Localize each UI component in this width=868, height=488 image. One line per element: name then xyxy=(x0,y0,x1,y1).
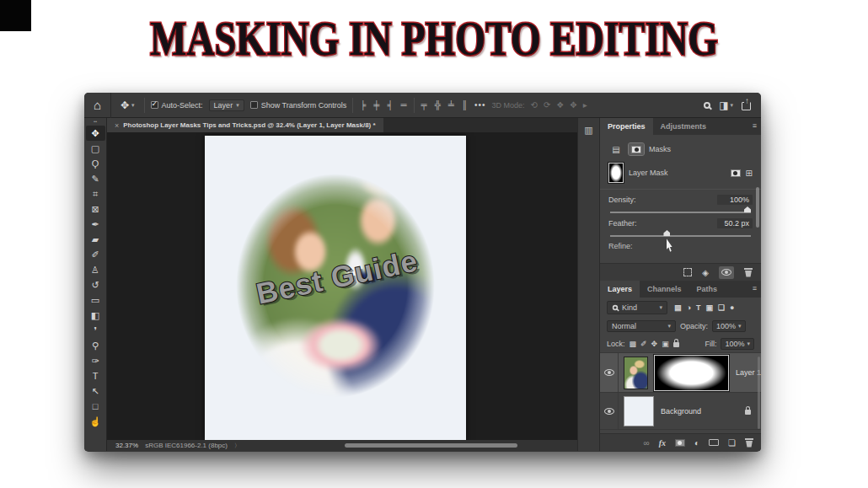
mask-properties-icon[interactable] xyxy=(629,143,644,155)
home-button[interactable]: ⌂ xyxy=(84,93,111,118)
layer-visibility-icon[interactable] xyxy=(604,408,614,415)
tool-pen[interactable]: ✑ xyxy=(86,353,105,368)
select-mask-icon[interactable] xyxy=(731,169,741,177)
tool-dodge[interactable]: ⚲ xyxy=(86,338,105,353)
tool-frame[interactable]: ⊠ xyxy=(86,201,105,217)
fill-dropdown[interactable]: 100% ▾ xyxy=(721,338,754,350)
panel-menu-icon[interactable]: ≡ xyxy=(753,284,757,292)
lock-all-icon[interactable] xyxy=(673,342,679,347)
lock-pixels-icon[interactable]: ✐ xyxy=(640,340,647,348)
tool-quick-select[interactable]: ✎ xyxy=(86,171,105,186)
pixel-layer-properties-icon[interactable]: ▤ xyxy=(608,143,624,155)
layer1-mask-thumbnail[interactable] xyxy=(654,355,729,391)
feather-input[interactable]: 50.2 px xyxy=(717,218,753,228)
background-thumbnail[interactable] xyxy=(624,396,654,426)
tool-clone-stamp[interactable]: ♙ xyxy=(86,262,105,277)
collapsed-panel-icon[interactable]: ▥ xyxy=(584,125,592,136)
document-canvas[interactable]: Best Guide xyxy=(205,136,466,440)
workspace-switcher[interactable]: ◨ ▾ xyxy=(719,99,733,111)
horizontal-scrollbar[interactable] xyxy=(345,443,517,448)
align-center-horizontal-icon[interactable]: ╪ xyxy=(372,100,380,110)
tool-history-brush[interactable]: ↺ xyxy=(86,277,105,292)
panel-menu-icon[interactable]: ≡ xyxy=(753,121,757,130)
tool-move[interactable]: ✥ xyxy=(86,126,105,141)
density-input[interactable]: 100% xyxy=(717,195,753,205)
opacity-dropdown[interactable]: 100% ▾ xyxy=(712,320,746,332)
lock-artboard-icon[interactable]: ▣ xyxy=(662,340,669,348)
align-left-icon[interactable]: ╞ xyxy=(359,100,367,110)
delete-layer-icon[interactable] xyxy=(745,438,753,448)
mask-visibility-button[interactable] xyxy=(719,266,734,279)
new-group-icon[interactable] xyxy=(709,439,719,446)
filter-adjustment-icon[interactable]: ◑ xyxy=(687,303,691,312)
status-menu-icon[interactable]: 〉 xyxy=(234,442,240,450)
zoom-level[interactable]: 32.37% xyxy=(115,442,138,449)
filter-smart-object-icon[interactable]: ❏ xyxy=(718,303,725,312)
add-vector-mask-icon[interactable]: ⊞ xyxy=(746,169,753,178)
add-layer-mask-icon[interactable] xyxy=(675,439,685,447)
current-tool-button[interactable]: ✥ ▾ xyxy=(117,99,138,111)
tool-eraser[interactable]: ▭ xyxy=(86,292,105,308)
filter-shape-icon[interactable]: ▣ xyxy=(705,303,713,312)
tool-path-select[interactable]: ↖ xyxy=(86,383,105,399)
share-icon[interactable] xyxy=(742,102,751,110)
tools-collapse-icon[interactable]: •• xyxy=(94,119,97,126)
tool-marquee[interactable]: ▢ xyxy=(86,141,105,156)
filter-kind-dropdown[interactable]: Kind ▾ xyxy=(607,301,667,314)
more-options-icon[interactable]: ••• xyxy=(474,100,486,110)
tool-gradient[interactable]: ◧ xyxy=(86,308,105,323)
layer-style-icon[interactable]: fx xyxy=(659,438,666,448)
load-selection-icon[interactable] xyxy=(683,268,692,276)
layer-visibility-icon[interactable] xyxy=(604,369,614,376)
distribute-bottom-icon[interactable]: ╧ xyxy=(447,100,455,110)
filter-toggle-icon[interactable]: ● xyxy=(730,303,734,312)
layer-name[interactable]: Background xyxy=(661,407,701,416)
adjustment-layer-icon[interactable]: ◐ xyxy=(694,438,699,448)
search-icon[interactable] xyxy=(704,102,710,109)
layer-row-background[interactable]: Background xyxy=(600,393,761,430)
tab-close-icon[interactable]: × xyxy=(115,121,119,130)
link-layers-icon[interactable]: ∞ xyxy=(644,438,650,448)
tool-crop[interactable]: ⌗ xyxy=(86,186,105,201)
vertical-scrollbar[interactable] xyxy=(758,357,760,429)
filter-image-icon[interactable]: ▤ xyxy=(674,303,682,312)
layer1-thumbnail[interactable] xyxy=(624,357,648,389)
show-transform-checkbox[interactable]: Show Transform Controls xyxy=(250,101,347,110)
layer-row-layer1[interactable]: Layer 1 xyxy=(600,353,761,393)
lock-transparency-icon[interactable]: ▩ xyxy=(630,340,637,348)
feather-slider[interactable] xyxy=(610,235,751,237)
tool-lasso[interactable]: Ϙ xyxy=(86,156,105,171)
density-slider[interactable] xyxy=(610,212,751,213)
tool-shape[interactable]: □ xyxy=(86,399,105,414)
lock-position-icon[interactable]: ✥ xyxy=(651,340,658,348)
tab-paths[interactable]: Paths xyxy=(689,281,726,298)
align-center-vertical-icon[interactable]: ═ xyxy=(399,100,407,110)
document-tab[interactable]: × Photoshop Layer Masks Tips and Tricks.… xyxy=(107,118,383,132)
tab-properties[interactable]: Properties xyxy=(600,118,653,135)
tool-hand[interactable]: ☝ xyxy=(86,414,105,429)
filter-type-icon[interactable]: T xyxy=(696,303,701,312)
blend-mode-dropdown[interactable]: Normal ▾ xyxy=(607,320,676,332)
distribute-vertical-icon[interactable]: ║ xyxy=(461,100,469,110)
new-layer-icon[interactable]: ❏ xyxy=(728,438,736,448)
distribute-top-icon[interactable]: ╤ xyxy=(421,100,428,110)
auto-select-target-dropdown[interactable]: Layer ▾ xyxy=(209,99,244,111)
layer-mask-thumbnail[interactable] xyxy=(608,163,624,183)
vertical-scrollbar[interactable] xyxy=(756,187,759,228)
density-slider-handle[interactable] xyxy=(744,206,751,212)
auto-select-checkbox[interactable]: Auto-Select: xyxy=(151,101,203,110)
canvas-area[interactable]: Best Guide xyxy=(107,132,577,440)
tool-eyedropper[interactable]: ✒ xyxy=(86,217,105,232)
tool-type[interactable]: T xyxy=(86,368,105,383)
tab-adjustments[interactable]: Adjustments xyxy=(653,118,715,135)
tab-channels[interactable]: Channels xyxy=(640,281,689,298)
tool-healing-brush[interactable]: ▰ xyxy=(86,232,105,247)
tab-layers[interactable]: Layers xyxy=(600,281,640,298)
delete-mask-icon[interactable] xyxy=(744,268,753,277)
apply-mask-icon[interactable]: ◈ xyxy=(702,268,709,277)
distribute-center-icon[interactable]: ╬ xyxy=(434,100,442,110)
tool-blur[interactable]: ❜ xyxy=(86,323,105,338)
tool-brush[interactable]: ✐ xyxy=(86,247,105,262)
feather-slider-handle[interactable] xyxy=(663,230,670,236)
align-right-icon[interactable]: ╡ xyxy=(386,100,394,110)
